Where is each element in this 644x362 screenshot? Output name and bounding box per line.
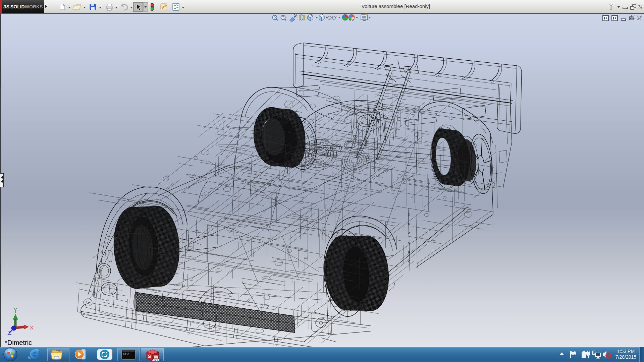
- svg-text:2015: 2015: [152, 358, 159, 361]
- svg-text:?: ?: [609, 3, 613, 11]
- svg-text:S: S: [148, 353, 151, 359]
- svg-text:C:\>_: C:\>_: [123, 352, 131, 355]
